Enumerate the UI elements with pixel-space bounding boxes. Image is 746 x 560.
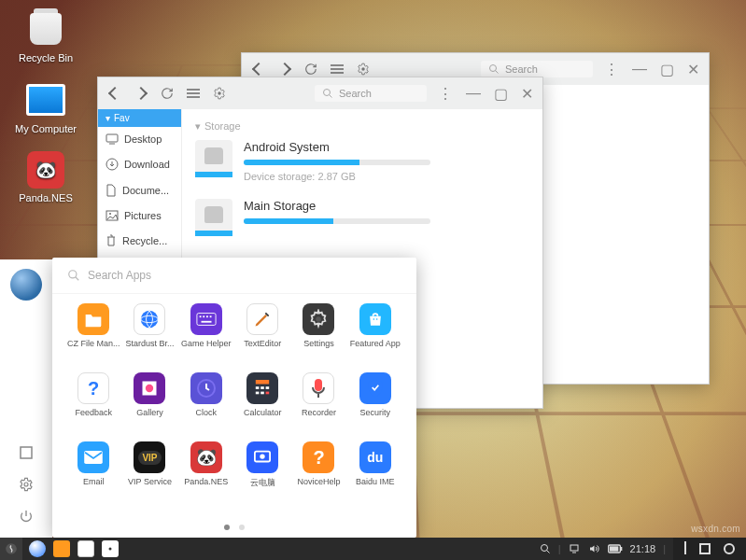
download-icon (106, 158, 119, 171)
taskbar-app-texteditor[interactable] (75, 538, 97, 560)
sidebar-item-pictures[interactable]: Pictures (98, 203, 181, 228)
app-security[interactable]: Security (347, 372, 403, 436)
overflow-button[interactable]: ⋮ (438, 85, 453, 103)
user-avatar[interactable] (10, 269, 42, 301)
storage-item-main-storage[interactable]: Main Storage (195, 199, 529, 236)
desktop-icons: Recycle Bin My Computer 🐼 Panda.NES (9, 9, 82, 203)
nav-back-button[interactable] (684, 543, 686, 554)
app-stardust-br[interactable]: Stardust Br... (121, 303, 177, 367)
tray-network-icon[interactable] (569, 543, 580, 554)
overflow-button[interactable]: ⋮ (604, 61, 619, 78)
nav-home-button[interactable] (699, 543, 711, 554)
settings-button[interactable] (356, 63, 371, 76)
tray-clock[interactable]: 21:18 (630, 543, 656, 554)
app-[interactable]: 云电脑 (234, 441, 290, 508)
sidebar-item-download[interactable]: Download (98, 151, 181, 177)
app-cz-file-man[interactable]: CZ File Man... (65, 303, 121, 367)
svg-point-3 (361, 67, 365, 71)
settings-button[interactable] (212, 87, 227, 100)
nav-forward-button[interactable] (277, 64, 292, 74)
panda-icon: 🐼 (190, 441, 222, 473)
search-input[interactable]: Search (481, 61, 593, 77)
app-game-helper[interactable]: Game Helper (178, 303, 234, 367)
mic-icon (303, 372, 334, 404)
menu-button[interactable] (186, 88, 201, 99)
maximize-button[interactable]: ▢ (494, 85, 508, 103)
help-icon: ? (303, 441, 334, 473)
svg-rect-28 (201, 321, 211, 323)
sidebar-header-label: Fav (114, 113, 130, 123)
svg-line-11 (330, 95, 332, 98)
sidebar-item-desktop[interactable]: Desktop (98, 127, 181, 151)
settings-button[interactable] (18, 476, 35, 493)
desktop-icon-my-computer[interactable]: My Computer (9, 80, 82, 134)
app-novicehelp[interactable]: ?NoviceHelp (290, 441, 346, 508)
app-gallery[interactable]: Gallery (121, 372, 177, 436)
svg-point-19 (69, 271, 77, 278)
launcher-search[interactable]: Search Apps (52, 258, 416, 294)
tray-battery-icon[interactable] (608, 544, 623, 553)
desktop-icon-recycle-bin[interactable]: Recycle Bin (9, 9, 82, 63)
app-feedback[interactable]: ?Feedback (65, 372, 121, 436)
taskbar-app-filemanager[interactable] (50, 538, 73, 560)
svg-rect-41 (260, 392, 264, 395)
close-button[interactable]: ✕ (521, 85, 533, 103)
maximize-button[interactable]: ▢ (660, 61, 674, 78)
app-email[interactable]: Email (65, 441, 121, 508)
start-button[interactable] (0, 538, 22, 560)
app-label: Recorder (302, 408, 336, 417)
app-vip-service[interactable]: VIPVIP Service (121, 441, 177, 508)
nav-back-button[interactable] (107, 89, 122, 98)
nav-forward-button[interactable] (134, 89, 148, 98)
search-input[interactable]: Search (315, 85, 427, 102)
svg-point-16 (109, 213, 111, 215)
power-button[interactable] (18, 508, 35, 525)
app-baidu-ime[interactable]: duBaidu IME (347, 441, 403, 508)
question-icon: ? (77, 372, 109, 404)
app-clock[interactable]: Clock (178, 372, 234, 436)
tray-search-icon[interactable] (540, 543, 551, 554)
storage-subtext: Device storage: 2.87 GB (244, 171, 529, 182)
refresh-button[interactable] (303, 63, 318, 76)
svg-point-46 (260, 454, 264, 458)
svg-line-50 (546, 551, 549, 553)
svg-rect-42 (266, 392, 270, 395)
app-panda-nes[interactable]: 🐼Panda.NES (178, 441, 234, 508)
svg-rect-26 (206, 315, 208, 317)
menu-button[interactable] (330, 63, 345, 75)
sidebar-item-recycle[interactable]: Recycle... (98, 228, 181, 254)
nav-back-button[interactable] (251, 64, 266, 74)
tray-volume-icon[interactable] (587, 543, 600, 554)
page-dot[interactable] (224, 525, 230, 530)
sidebar-header[interactable]: ▾ Fav (98, 109, 181, 127)
app-label: VIP Service (128, 477, 172, 486)
sidebar-item-label: Download (124, 159, 170, 170)
section-header[interactable]: ▾ Storage (195, 120, 529, 133)
minimize-button[interactable]: — (466, 85, 481, 103)
app-texteditor[interactable]: TextEditor (234, 303, 290, 367)
app-calculator[interactable]: Calculator (234, 372, 290, 436)
desktop-icon-panda-nes[interactable]: 🐼 Panda.NES (9, 151, 82, 203)
refresh-button[interactable] (160, 87, 175, 100)
svg-rect-43 (315, 379, 322, 391)
pager[interactable] (52, 517, 416, 538)
taskbar-app-settings[interactable] (99, 538, 121, 560)
svg-rect-40 (256, 392, 260, 395)
svg-rect-38 (260, 386, 264, 389)
storage-name: Android System (244, 140, 529, 154)
window-titlebar[interactable]: Search ⋮ — ▢ ✕ (98, 77, 542, 109)
storage-name: Main Storage (244, 199, 529, 213)
app-featured-app[interactable]: Featured App (347, 303, 403, 367)
sidebar-item-documents[interactable]: Docume... (98, 177, 181, 203)
taskbar-app-browser[interactable] (26, 538, 49, 560)
fullscreen-button[interactable] (18, 444, 35, 461)
close-button[interactable]: ✕ (687, 61, 699, 78)
desktop-icon (106, 133, 119, 145)
storage-item-android-system[interactable]: Android System Device storage: 2.87 GB (195, 140, 529, 182)
minimize-button[interactable]: — (632, 61, 647, 78)
app-label: Baidu IME (356, 477, 395, 486)
nav-recents-button[interactable] (724, 543, 735, 554)
app-recorder[interactable]: Recorder (290, 372, 346, 436)
app-settings[interactable]: Settings (290, 303, 346, 367)
page-dot[interactable] (239, 525, 245, 530)
